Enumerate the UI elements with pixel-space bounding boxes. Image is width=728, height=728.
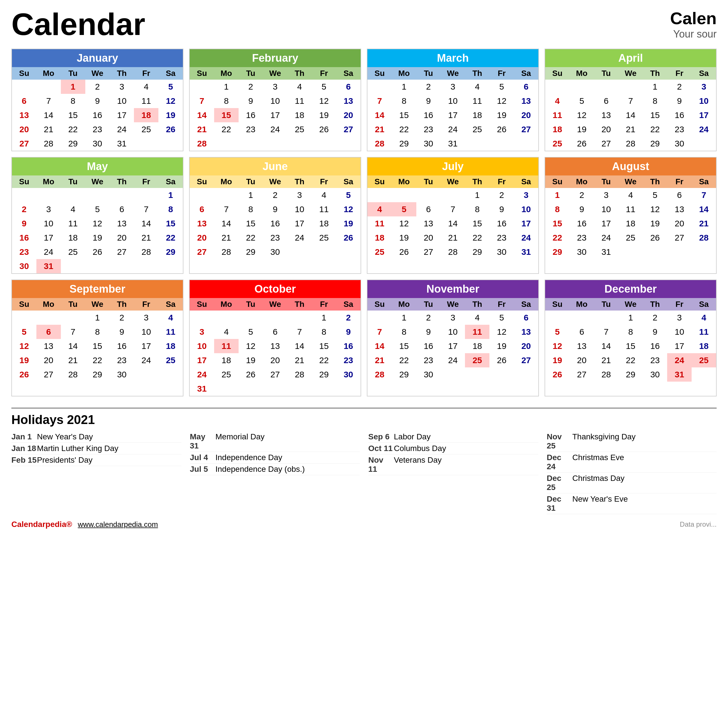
dow-cell-Tu: Tu bbox=[594, 176, 618, 188]
day-cell: 13 bbox=[37, 339, 61, 353]
day-cell: 1 bbox=[392, 80, 416, 94]
footer-logo: Calendarpedia® bbox=[11, 520, 72, 529]
day-cell: 16 bbox=[239, 108, 263, 122]
day-cell: 26 bbox=[545, 367, 570, 382]
day-cell bbox=[691, 367, 716, 382]
day-cell bbox=[214, 382, 239, 396]
day-cell: 11 bbox=[287, 94, 312, 108]
days-grid-nov: 1234567891011121314151617181920212223242… bbox=[367, 310, 538, 382]
day-cell: 1 bbox=[239, 188, 263, 202]
day-cell: 17 bbox=[287, 216, 312, 231]
dow-cell-Sa: Sa bbox=[514, 298, 538, 310]
day-cell bbox=[545, 80, 570, 94]
day-cell: 6 bbox=[594, 94, 618, 108]
day-cell: 22 bbox=[465, 231, 489, 245]
day-cell: 6 bbox=[12, 94, 37, 108]
day-cell: 31 bbox=[190, 382, 214, 396]
day-cell: 1 bbox=[312, 310, 336, 325]
day-cell: 22 bbox=[85, 353, 110, 367]
day-cell: 13 bbox=[416, 216, 441, 231]
month-mar: MarchSuMoTuWeThFrSa123456789101112131415… bbox=[367, 49, 539, 151]
days-grid-oct: 1234567891011121314151617181920212223242… bbox=[190, 310, 361, 396]
dow-cell-Tu: Tu bbox=[594, 67, 618, 80]
dow-cell-We: We bbox=[85, 298, 110, 310]
day-cell: 8 bbox=[85, 325, 110, 339]
day-cell: 2 bbox=[85, 80, 110, 94]
day-cell: 10 bbox=[287, 202, 312, 216]
day-cell: 11 bbox=[214, 339, 239, 353]
day-cell bbox=[594, 80, 618, 94]
day-cell: 11 bbox=[618, 202, 643, 216]
day-cell: 24 bbox=[691, 122, 716, 136]
day-cell: 27 bbox=[594, 136, 618, 151]
day-cell: 31 bbox=[514, 245, 538, 259]
day-cell: 21 bbox=[367, 122, 392, 136]
day-cell: 13 bbox=[336, 94, 361, 108]
day-cell: 2 bbox=[263, 188, 288, 202]
day-cell bbox=[12, 188, 37, 202]
day-cell: 13 bbox=[12, 108, 37, 122]
dow-cell-Mo: Mo bbox=[392, 67, 416, 80]
dow-cell-Fr: Fr bbox=[312, 176, 336, 188]
dow-cell-Th: Th bbox=[287, 67, 312, 80]
day-cell: 16 bbox=[263, 216, 288, 231]
day-cell bbox=[312, 245, 336, 259]
dow-cell-We: We bbox=[85, 67, 110, 80]
dow-cell-Su: Su bbox=[12, 298, 37, 310]
dow-cell-Tu: Tu bbox=[416, 176, 441, 188]
day-cell: 28 bbox=[61, 367, 85, 382]
day-cell: 13 bbox=[667, 202, 691, 216]
day-cell: 10 bbox=[441, 325, 465, 339]
day-cell: 1 bbox=[158, 188, 183, 202]
day-cell: 4 bbox=[158, 310, 183, 325]
day-cell: 18 bbox=[312, 216, 336, 231]
day-cell: 20 bbox=[514, 108, 538, 122]
dow-row-jan: SuMoTuWeThFrSa bbox=[12, 67, 183, 80]
day-cell: 3 bbox=[134, 310, 158, 325]
day-cell: 4 bbox=[312, 188, 336, 202]
month-header-jan: January bbox=[12, 49, 183, 67]
day-cell: 29 bbox=[239, 245, 263, 259]
day-cell: 8 bbox=[392, 325, 416, 339]
day-cell: 24 bbox=[441, 122, 465, 136]
day-cell: 10 bbox=[37, 216, 61, 231]
day-cell: 25 bbox=[465, 122, 489, 136]
holiday-item: Dec 24Christmas Eve bbox=[547, 452, 717, 473]
days-grid-feb: 1234567891011121314151617181920212223242… bbox=[190, 80, 361, 151]
day-cell: 19 bbox=[545, 353, 570, 367]
day-cell: 16 bbox=[110, 339, 134, 353]
holiday-name: Independence Day bbox=[216, 453, 360, 462]
day-cell: 21 bbox=[287, 353, 312, 367]
day-cell: 24 bbox=[134, 353, 158, 367]
day-cell bbox=[12, 80, 37, 94]
holiday-date: Dec 31 bbox=[547, 494, 572, 513]
day-cell: 31 bbox=[441, 136, 465, 151]
day-cell: 25 bbox=[545, 136, 570, 151]
day-cell: 1 bbox=[465, 188, 489, 202]
month-header-dec: December bbox=[545, 280, 716, 298]
day-cell: 27 bbox=[12, 136, 37, 151]
day-cell: 22 bbox=[61, 122, 85, 136]
day-cell: 17 bbox=[190, 353, 214, 367]
day-cell: 17 bbox=[37, 231, 61, 245]
footer-left: Calendarpedia® www.calendarpedia.com bbox=[11, 520, 158, 529]
day-cell: 25 bbox=[312, 231, 336, 245]
day-cell: 7 bbox=[287, 325, 312, 339]
day-cell: 28 bbox=[190, 136, 214, 151]
dow-cell-We: We bbox=[263, 176, 288, 188]
day-cell bbox=[441, 367, 465, 382]
day-cell: 15 bbox=[643, 108, 667, 122]
day-cell: 15 bbox=[465, 216, 489, 231]
day-cell: 28 bbox=[367, 367, 392, 382]
day-cell: 8 bbox=[312, 325, 336, 339]
day-cell bbox=[263, 136, 288, 151]
holiday-name: New Year's Day bbox=[37, 432, 181, 441]
day-cell: 2 bbox=[336, 310, 361, 325]
day-cell: 29 bbox=[545, 245, 570, 259]
calendar-grid: JanuarySuMoTuWeThFrSa1234567891011121314… bbox=[11, 49, 717, 396]
day-cell: 27 bbox=[110, 245, 134, 259]
day-cell: 6 bbox=[514, 80, 538, 94]
day-cell: 30 bbox=[336, 367, 361, 382]
day-cell: 21 bbox=[367, 353, 392, 367]
day-cell bbox=[110, 188, 134, 202]
